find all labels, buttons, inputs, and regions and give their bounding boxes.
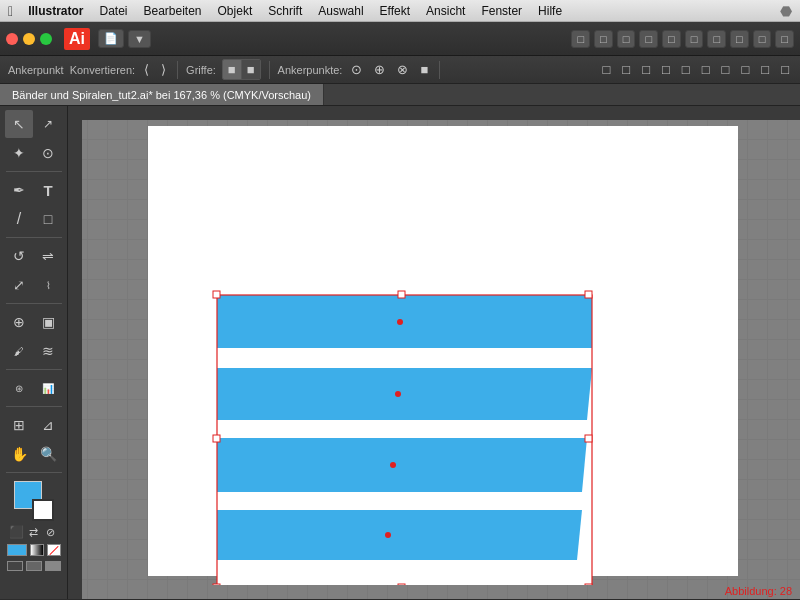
artboard-tool[interactable]: ⊞ [5, 411, 33, 439]
toolbar-icon-3[interactable]: □ [617, 30, 636, 48]
doc-icon-button[interactable]: 📄 [98, 29, 124, 48]
arrow-down-button[interactable]: ▼ [128, 30, 151, 48]
maximize-button[interactable] [40, 33, 52, 45]
align-icon-9[interactable]: □ [758, 61, 772, 78]
swatch-icons: ⬛ ⇄ ⊘ [10, 525, 58, 539]
convert-icon-1[interactable]: ⟨ [141, 61, 152, 78]
ankerpunkte-icon-4[interactable]: ■ [417, 61, 431, 78]
toolbar-icon-10[interactable]: □ [775, 30, 794, 48]
tool-row-9: ⊛ 📊 [5, 374, 62, 402]
tool-row-1: ↖ ↗ [5, 110, 62, 138]
griffe-btn-2[interactable]: ■ [242, 60, 260, 79]
griffe-buttons: ■ ■ [222, 59, 261, 80]
align-icon-10[interactable]: □ [778, 61, 792, 78]
menu-ansicht[interactable]: Ansicht [419, 2, 472, 20]
magic-wand-tool[interactable]: ✦ [5, 139, 33, 167]
default-colors-icon[interactable]: ⬛ [10, 525, 24, 539]
tool-row-6: ⤢ ⌇ [5, 271, 62, 299]
menu-bearbeiten[interactable]: Bearbeiten [136, 2, 208, 20]
rotate-tool[interactable]: ↺ [5, 242, 33, 270]
griffe-label: Griffe: [186, 64, 216, 76]
align-icon-7[interactable]: □ [719, 61, 733, 78]
align-icon-5[interactable]: □ [679, 61, 693, 78]
abbildung-text: Abbildung: 28 [725, 585, 792, 597]
reflect-tool[interactable]: ⇌ [34, 242, 62, 270]
tool-row-3: ✒ T [5, 176, 62, 204]
convert-icon-2[interactable]: ⟩ [158, 61, 169, 78]
rect-tool[interactable]: □ [34, 205, 62, 233]
divider-2 [269, 61, 270, 79]
ai-logo: Ai [64, 28, 90, 50]
blend-tool[interactable]: ≋ [34, 337, 62, 365]
tool-divider-5 [6, 406, 62, 407]
swatch-stack [14, 481, 54, 521]
window-controls [6, 33, 52, 45]
menu-illustrator[interactable]: Illustrator [21, 2, 90, 20]
menu-effekt[interactable]: Effekt [373, 2, 417, 20]
none-icon[interactable]: ⊘ [44, 525, 58, 539]
toolbar-icon-5[interactable]: □ [662, 30, 681, 48]
align-icon-4[interactable]: □ [659, 61, 673, 78]
pen-tool[interactable]: ✒ [5, 176, 33, 204]
align-icon-8[interactable]: □ [738, 61, 752, 78]
menu-objekt[interactable]: Objekt [211, 2, 260, 20]
ankerpunkte-icon-2[interactable]: ⊕ [371, 61, 388, 78]
toolbar-icon-6[interactable]: □ [685, 30, 704, 48]
tool-divider-2 [6, 237, 62, 238]
stroke-swatch[interactable] [32, 499, 54, 521]
menu-bar:  Illustrator Datei Bearbeiten Objekt Sc… [0, 0, 800, 22]
apple-menu[interactable]:  [8, 3, 13, 19]
menu-auswahl[interactable]: Auswahl [311, 2, 370, 20]
hand-tool[interactable]: ✋ [5, 440, 33, 468]
toolbar-icon-8[interactable]: □ [730, 30, 749, 48]
toolbar-icon-4[interactable]: □ [639, 30, 658, 48]
align-icon-3[interactable]: □ [639, 61, 653, 78]
direct-selection-tool[interactable]: ↗ [34, 110, 62, 138]
view-mode-2[interactable] [26, 561, 42, 571]
ankerpunkte-icon-3[interactable]: ⊗ [394, 61, 411, 78]
swap-colors-icon[interactable]: ⇄ [27, 525, 41, 539]
menu-fenster[interactable]: Fenster [474, 2, 529, 20]
canvas-area: Abbildung: 28 [68, 106, 800, 599]
eyedropper-tool[interactable]: 🖌 [5, 337, 33, 365]
toolbar-icon-7[interactable]: □ [707, 30, 726, 48]
close-button[interactable] [6, 33, 18, 45]
line-tool[interactable]: / [5, 205, 33, 233]
scale-tool[interactable]: ⤢ [5, 271, 33, 299]
symbol-spray-tool[interactable]: ⊛ [5, 374, 33, 402]
toolbar-icon-2[interactable]: □ [594, 30, 613, 48]
toolbar-icon-1[interactable]: □ [571, 30, 590, 48]
color-box-1[interactable] [7, 544, 27, 556]
align-icon-1[interactable]: □ [599, 61, 613, 78]
artboard [148, 126, 738, 576]
menu-hilfe[interactable]: Hilfe [531, 2, 569, 20]
divider-1 [177, 61, 178, 79]
align-icon-2[interactable]: □ [619, 61, 633, 78]
ankerpunkte-icon-1[interactable]: ⊙ [348, 61, 365, 78]
slice-tool[interactable]: ⊿ [34, 411, 62, 439]
selection-tool[interactable]: ↖ [5, 110, 33, 138]
color-box-3[interactable] [47, 544, 61, 556]
graph-tool[interactable]: 📊 [34, 374, 62, 402]
tool-row-4: / □ [5, 205, 62, 233]
ankerpunkte-label: Ankerpunkte: [278, 64, 343, 76]
color-box-2[interactable] [30, 544, 44, 556]
minimize-button[interactable] [23, 33, 35, 45]
menu-schrift[interactable]: Schrift [261, 2, 309, 20]
warp-tool[interactable]: ⌇ [34, 271, 62, 299]
griffe-btn-1[interactable]: ■ [223, 60, 242, 79]
align-icon-6[interactable]: □ [699, 61, 713, 78]
view-mode-1[interactable] [7, 561, 23, 571]
view-mode-3[interactable] [45, 561, 61, 571]
lasso-tool[interactable]: ⊙ [34, 139, 62, 167]
gradient-tool[interactable]: ▣ [34, 308, 62, 336]
text-tool[interactable]: T [34, 176, 62, 204]
tool-row-7: ⊕ ▣ [5, 308, 62, 336]
document-tab[interactable]: Bänder und Spiralen_tut2.ai* bei 167,36 … [0, 84, 324, 105]
toolbar-icon-9[interactable]: □ [753, 30, 772, 48]
ankerpunkt-label: Ankerpunkt [8, 64, 64, 76]
zoom-tool[interactable]: 🔍 [34, 440, 62, 468]
tool-row-11: ✋ 🔍 [5, 440, 62, 468]
shape-builder-tool[interactable]: ⊕ [5, 308, 33, 336]
menu-datei[interactable]: Datei [92, 2, 134, 20]
